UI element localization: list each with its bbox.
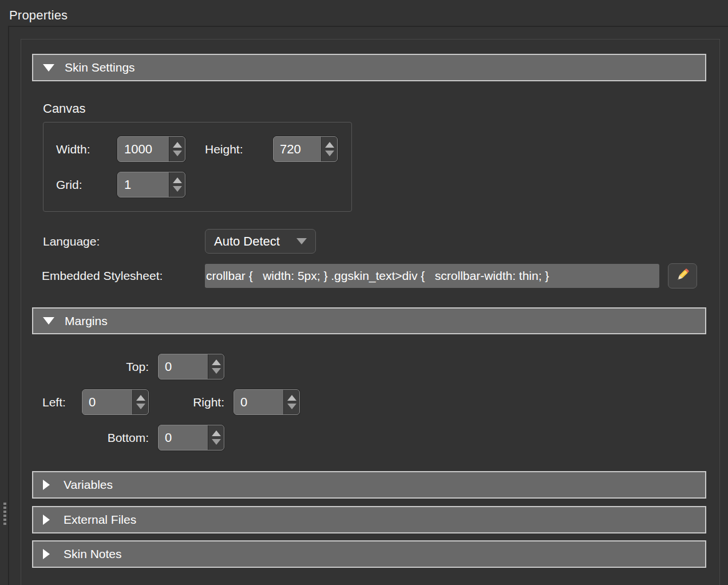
margin-right-spinner-value[interactable]: 0 bbox=[234, 390, 283, 414]
spinner-up-icon[interactable] bbox=[212, 359, 221, 365]
spinner-down-icon[interactable] bbox=[287, 404, 296, 409]
expand-triangle-icon[interactable] bbox=[43, 515, 50, 525]
grid-spinner[interactable]: 1 bbox=[117, 172, 185, 197]
expand-triangle-icon[interactable] bbox=[43, 549, 50, 559]
spinner-down-icon[interactable] bbox=[325, 151, 334, 156]
width-spinner-buttons[interactable] bbox=[169, 137, 185, 161]
spinner-down-icon[interactable] bbox=[136, 404, 145, 409]
margin-left-label: Left: bbox=[42, 395, 66, 410]
section-header-skin-settings[interactable]: Skin Settings bbox=[32, 54, 706, 81]
margin-left-spinner[interactable]: 0 bbox=[82, 389, 149, 415]
panel-resize-grip[interactable] bbox=[3, 503, 7, 525]
spinner-down-icon[interactable] bbox=[212, 368, 221, 374]
margin-top-spinner[interactable]: 0 bbox=[158, 354, 224, 380]
margin-bottom-spinner[interactable]: 0 bbox=[158, 425, 224, 450]
grid-spinner-buttons[interactable] bbox=[169, 172, 185, 197]
margin-bottom-label: Bottom: bbox=[74, 430, 149, 445]
edit-stylesheet-button[interactable] bbox=[668, 263, 697, 288]
grid-label: Grid: bbox=[56, 177, 82, 192]
canvas-group-box bbox=[43, 122, 352, 212]
section-header-margins[interactable]: Margins bbox=[32, 307, 706, 334]
margin-right-spinner-buttons[interactable] bbox=[283, 390, 299, 414]
panel-title: Properties bbox=[9, 8, 68, 23]
spinner-down-icon[interactable] bbox=[173, 151, 182, 156]
height-label: Height: bbox=[205, 142, 243, 157]
spinner-up-icon[interactable] bbox=[212, 430, 221, 436]
spinner-up-icon[interactable] bbox=[173, 177, 182, 183]
margin-right-label: Right: bbox=[172, 395, 224, 410]
margin-right-spinner[interactable]: 0 bbox=[234, 389, 300, 415]
width-spinner[interactable]: 1000 bbox=[117, 136, 185, 162]
width-label: Width: bbox=[56, 142, 90, 157]
margin-left-spinner-value[interactable]: 0 bbox=[82, 390, 132, 414]
spinner-down-icon[interactable] bbox=[212, 439, 221, 445]
margin-top-spinner-buttons[interactable] bbox=[208, 354, 224, 379]
width-spinner-value[interactable]: 1000 bbox=[118, 137, 169, 161]
embedded-stylesheet-label: Embedded Stylesheet: bbox=[42, 268, 163, 283]
grid-spinner-value[interactable]: 1 bbox=[118, 172, 169, 197]
section-label: External Files bbox=[64, 513, 136, 527]
spinner-down-icon[interactable] bbox=[173, 186, 182, 192]
section-label: Skin Notes bbox=[64, 547, 122, 561]
spinner-up-icon[interactable] bbox=[287, 395, 296, 401]
margin-bottom-spinner-value[interactable]: 0 bbox=[159, 425, 208, 450]
section-header-skin-notes[interactable]: Skin Notes bbox=[32, 540, 706, 568]
collapse-triangle-icon[interactable] bbox=[43, 64, 54, 72]
spinner-up-icon[interactable] bbox=[325, 142, 334, 148]
chevron-down-icon bbox=[296, 238, 307, 244]
embedded-stylesheet-input[interactable]: crollbar { width: 5px; } .ggskin_text>di… bbox=[205, 264, 659, 288]
margin-top-spinner-value[interactable]: 0 bbox=[159, 354, 208, 379]
language-dropdown[interactable]: Auto Detect bbox=[205, 229, 316, 254]
height-spinner-buttons[interactable] bbox=[321, 137, 337, 161]
language-label: Language: bbox=[43, 234, 100, 249]
margin-bottom-spinner-buttons[interactable] bbox=[208, 425, 224, 450]
canvas-group-label: Canvas bbox=[43, 101, 86, 116]
margin-left-spinner-buttons[interactable] bbox=[132, 390, 148, 414]
section-label: Margins bbox=[65, 314, 108, 328]
section-header-variables[interactable]: Variables bbox=[32, 471, 706, 499]
height-spinner[interactable]: 720 bbox=[273, 136, 338, 162]
spinner-up-icon[interactable] bbox=[136, 395, 145, 401]
section-label: Variables bbox=[64, 478, 113, 492]
language-dropdown-value: Auto Detect bbox=[214, 234, 280, 249]
spinner-up-icon[interactable] bbox=[173, 142, 182, 148]
margin-top-label: Top: bbox=[86, 359, 149, 374]
section-label: Skin Settings bbox=[65, 61, 135, 74]
collapse-triangle-icon[interactable] bbox=[43, 317, 54, 325]
section-header-external-files[interactable]: External Files bbox=[32, 506, 706, 533]
height-spinner-value[interactable]: 720 bbox=[274, 137, 321, 161]
expand-triangle-icon[interactable] bbox=[43, 480, 50, 490]
pencil-icon bbox=[674, 266, 691, 286]
